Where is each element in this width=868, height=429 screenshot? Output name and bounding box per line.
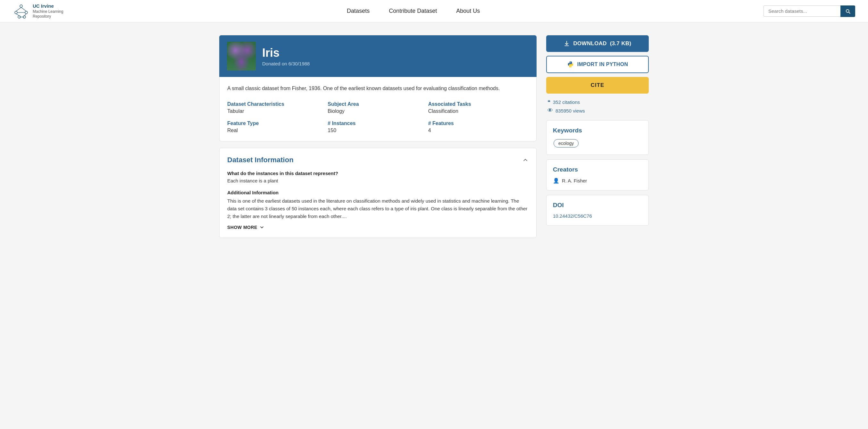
import-label: IMPORT IN PYTHON bbox=[577, 62, 628, 67]
characteristics-value: Tabular bbox=[227, 109, 328, 114]
svg-line-9 bbox=[24, 14, 26, 16]
doi-section: DOI 10.24432/C56C76 bbox=[546, 195, 649, 226]
chevron-up-icon[interactable] bbox=[522, 157, 529, 163]
show-more-button[interactable]: SHOW MORE bbox=[227, 225, 265, 230]
dataset-image bbox=[227, 42, 256, 70]
download-size: (3.7 KB) bbox=[610, 40, 631, 47]
logo-area[interactable]: UC Irvine Machine Learning Repository bbox=[13, 3, 63, 20]
svg-line-6 bbox=[16, 7, 21, 11]
keyword-ecology[interactable]: ecology bbox=[554, 139, 579, 148]
characteristics-label: Dataset Characteristics bbox=[227, 101, 328, 107]
instances-value: 150 bbox=[328, 128, 428, 133]
section-title: Dataset Information bbox=[227, 156, 293, 164]
eye-icon: 👁 bbox=[548, 108, 553, 114]
associated-tasks-label: Associated Tasks bbox=[428, 101, 529, 107]
subject-area-value: Biology bbox=[328, 109, 428, 114]
search-area bbox=[764, 5, 855, 17]
meta-grid: Dataset Characteristics Tabular Subject … bbox=[227, 101, 529, 133]
meta-subject-area: Subject Area Biology bbox=[328, 101, 428, 114]
person-icon: 👤 bbox=[553, 178, 559, 184]
meta-associated-tasks: Associated Tasks Classification bbox=[428, 101, 529, 114]
keywords-title: Keywords bbox=[553, 127, 642, 134]
dataset-description: A small classic dataset from Fisher, 193… bbox=[227, 85, 529, 92]
subject-area-label: Subject Area bbox=[328, 101, 428, 107]
show-more-label: SHOW MORE bbox=[227, 225, 257, 230]
svg-point-3 bbox=[25, 11, 28, 14]
feature-type-value: Real bbox=[227, 128, 328, 133]
info-card: A small classic dataset from Fisher, 193… bbox=[219, 77, 536, 142]
meta-characteristics: Dataset Characteristics Tabular bbox=[227, 101, 328, 114]
download-button[interactable]: DOWNLOAD (3.7 KB) bbox=[546, 35, 649, 52]
meta-feature-type: Feature Type Real bbox=[227, 121, 328, 133]
views-count: 835950 views bbox=[556, 108, 585, 114]
features-value: 4 bbox=[428, 128, 529, 133]
dataset-title-area: Iris Donated on 6/30/1988 bbox=[262, 46, 310, 66]
doi-link[interactable]: 10.24432/C56C76 bbox=[553, 213, 592, 219]
meta-features: # Features 4 bbox=[428, 121, 529, 133]
search-icon bbox=[845, 8, 851, 14]
dataset-information-section: Dataset Information What do the instance… bbox=[219, 148, 536, 238]
search-button[interactable] bbox=[840, 5, 855, 17]
download-label: DOWNLOAD bbox=[573, 40, 607, 47]
nav-contribute[interactable]: Contribute Dataset bbox=[389, 8, 437, 14]
quote-icon: ❝ bbox=[548, 99, 550, 105]
nav-about[interactable]: About Us bbox=[456, 8, 480, 14]
chevron-down-icon bbox=[259, 225, 265, 230]
python-icon bbox=[567, 61, 574, 68]
citations-stat: ❝ 352 citations bbox=[548, 99, 648, 105]
keywords-list: ecology bbox=[553, 139, 642, 148]
creators-title: Creators bbox=[553, 166, 642, 173]
header: UC Irvine Machine Learning Repository Da… bbox=[0, 0, 868, 23]
doi-title: DOI bbox=[553, 202, 642, 209]
dataset-donated: Donated on 6/30/1988 bbox=[262, 61, 310, 66]
creator-item: 👤 R. A. Fisher bbox=[553, 178, 642, 184]
citations-count: 352 citations bbox=[553, 99, 580, 105]
views-stat: 👁 835950 views bbox=[548, 108, 648, 114]
main-nav: Datasets Contribute Dataset About Us bbox=[347, 8, 480, 14]
instances-label: # Instances bbox=[328, 121, 428, 126]
dataset-header-card: Iris Donated on 6/30/1988 bbox=[219, 35, 536, 77]
svg-line-8 bbox=[16, 14, 19, 16]
cite-button[interactable]: CITE bbox=[546, 77, 649, 94]
main-container: Iris Donated on 6/30/1988 A small classi… bbox=[210, 35, 658, 238]
section-header: Dataset Information bbox=[227, 156, 529, 164]
creator-name: R. A. Fisher bbox=[562, 178, 587, 183]
meta-instances: # Instances 150 bbox=[328, 121, 428, 133]
download-icon bbox=[563, 40, 570, 47]
content-area: Iris Donated on 6/30/1988 A small classi… bbox=[219, 35, 536, 238]
creators-section: Creators 👤 R. A. Fisher bbox=[546, 159, 649, 190]
additional-info-label: Additional Information bbox=[227, 190, 529, 195]
keywords-section: Keywords ecology bbox=[546, 120, 649, 155]
import-python-button[interactable]: IMPORT IN PYTHON bbox=[546, 56, 649, 73]
stats-row: ❝ 352 citations 👁 835950 views bbox=[546, 99, 649, 114]
search-input[interactable] bbox=[764, 5, 840, 17]
dataset-title: Iris bbox=[262, 46, 310, 60]
uci-logo-icon bbox=[13, 3, 30, 20]
info-question-1: What do the instances in this dataset re… bbox=[227, 171, 529, 176]
svg-line-7 bbox=[21, 7, 26, 11]
associated-tasks-value: Classification bbox=[428, 109, 529, 114]
features-label: # Features bbox=[428, 121, 529, 126]
nav-datasets[interactable]: Datasets bbox=[347, 8, 370, 14]
feature-type-label: Feature Type bbox=[227, 121, 328, 126]
svg-point-1 bbox=[20, 5, 23, 7]
svg-point-2 bbox=[15, 11, 17, 14]
additional-info-text: This is one of the earliest datasets use… bbox=[227, 197, 529, 220]
info-answer-1: Each instance is a plant bbox=[227, 178, 529, 183]
dataset-thumbnail bbox=[227, 42, 256, 70]
logo-text: UC Irvine Machine Learning Repository bbox=[33, 3, 63, 19]
sidebar: DOWNLOAD (3.7 KB) IMPORT IN PYTHON CITE … bbox=[546, 35, 649, 238]
